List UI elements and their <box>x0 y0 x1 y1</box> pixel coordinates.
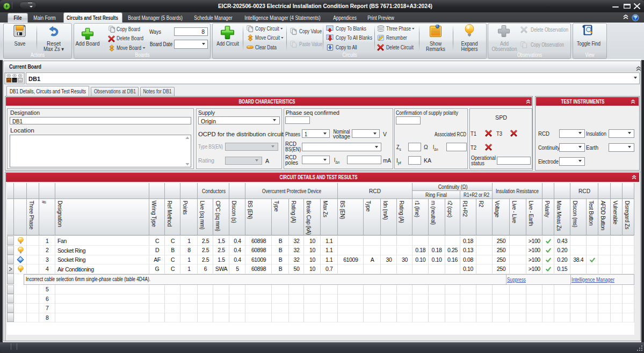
svg-text:?: ? <box>634 15 637 20</box>
